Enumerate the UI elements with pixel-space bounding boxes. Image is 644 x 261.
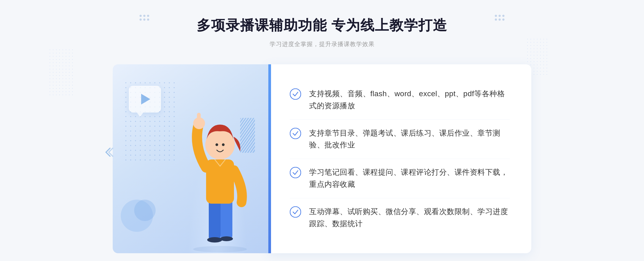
check-icon-3 bbox=[290, 167, 301, 178]
svg-rect-2 bbox=[221, 200, 232, 238]
svg-point-8 bbox=[205, 130, 235, 159]
svg-point-11 bbox=[290, 89, 301, 99]
feature-item-2: 支持章节目录、弹题考试、课后练习、课后作业、章节测验、批改作业 bbox=[290, 120, 510, 159]
svg-point-10 bbox=[222, 143, 225, 146]
svg-point-13 bbox=[290, 167, 301, 178]
title-deco-dots-left bbox=[140, 15, 149, 21]
person-figure bbox=[177, 98, 263, 253]
feature-item-1: 支持视频、音频、flash、word、excel、ppt、pdf等各种格式的资源… bbox=[290, 80, 510, 120]
play-bubble bbox=[129, 86, 161, 113]
page-subtitle: 学习进度全掌握，提升录播课教学效果 bbox=[270, 40, 375, 48]
svg-rect-1 bbox=[209, 200, 221, 240]
feature-text-2: 支持章节目录、弹题考试、课后练习、课后作业、章节测验、批改作业 bbox=[309, 127, 510, 151]
page-container: 多项录播课辅助功能 专为线上教学打造 学习进度全掌握，提升录播课教学效果 bbox=[0, 0, 644, 261]
play-triangle-icon bbox=[141, 94, 150, 105]
feature-text-1: 支持视频、音频、flash、word、excel、ppt、pdf等各种格式的资源… bbox=[309, 88, 510, 112]
page-title: 多项录播课辅助功能 专为线上教学打造 bbox=[197, 16, 447, 35]
title-section: 多项录播课辅助功能 专为线上教学打造 bbox=[197, 16, 447, 35]
svg-point-14 bbox=[290, 207, 301, 217]
svg-point-9 bbox=[215, 143, 218, 146]
chevron-decoration bbox=[102, 146, 115, 160]
check-icon-4 bbox=[290, 206, 301, 218]
illustration-panel bbox=[113, 64, 268, 253]
svg-point-0 bbox=[193, 246, 247, 252]
svg-rect-7 bbox=[197, 113, 201, 124]
feature-text-3: 学习笔记回看、课程提问、课程评论打分、课件资料下载，重点内容收藏 bbox=[309, 166, 510, 191]
check-icon-2 bbox=[290, 128, 301, 139]
dots-decoration-left bbox=[48, 48, 75, 96]
main-content: 支持视频、音频、flash、word、excel、ppt、pdf等各种格式的资源… bbox=[113, 64, 531, 253]
feature-item-3: 学习笔记回看、课程提问、课程评论打分、课件资料下载，重点内容收藏 bbox=[290, 159, 510, 198]
circle-decoration-2 bbox=[134, 200, 156, 221]
content-panel: 支持视频、音频、flash、word、excel、ppt、pdf等各种格式的资源… bbox=[268, 64, 531, 253]
feature-text-4: 互动弹幕、试听购买、微信分享、观看次数限制、学习进度跟踪、数据统计 bbox=[309, 206, 510, 230]
title-deco-dots-right bbox=[495, 15, 504, 21]
feature-item-4: 互动弹幕、试听购买、微信分享、观看次数限制、学习进度跟踪、数据统计 bbox=[290, 198, 510, 237]
svg-point-3 bbox=[207, 237, 222, 243]
svg-point-12 bbox=[290, 128, 301, 139]
svg-point-4 bbox=[220, 236, 233, 241]
check-icon-1 bbox=[290, 88, 301, 100]
